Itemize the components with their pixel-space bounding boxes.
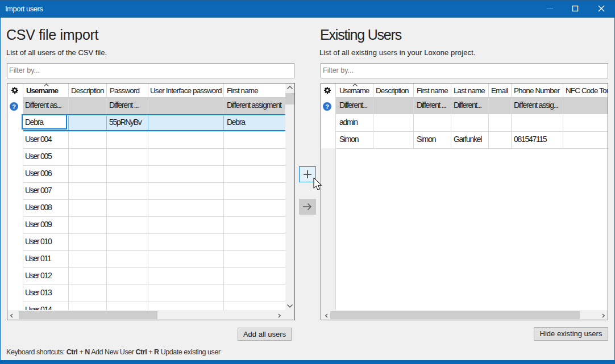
svg-text:?: ? <box>12 103 16 110</box>
svg-text:?: ? <box>325 103 329 110</box>
